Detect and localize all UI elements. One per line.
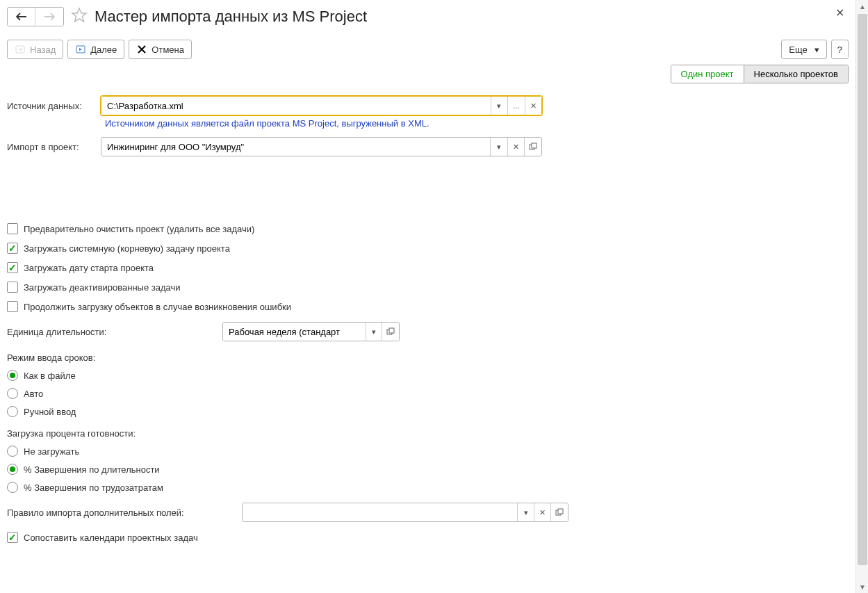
custom-fields-open-button[interactable]	[550, 503, 568, 521]
dates-mode-label: Режим ввода сроков:	[7, 352, 849, 363]
svg-rect-5	[389, 328, 394, 333]
tab-many-projects[interactable]: Несколько проектов	[744, 65, 848, 83]
dates-mode-auto-label: Авто	[24, 389, 43, 399]
back-icon	[15, 44, 26, 55]
continue-on-error-label: Продолжить загрузку объектов в случае во…	[24, 302, 291, 312]
chevron-down-icon: ▾	[524, 508, 528, 517]
cancel-button[interactable]: Отмена	[129, 40, 192, 59]
star-icon	[71, 7, 88, 24]
help-label: ?	[837, 44, 842, 55]
vertical-scrollbar[interactable]: ▲ ▼	[855, 0, 868, 593]
cancel-label: Отмена	[152, 44, 184, 55]
nav-forward-button[interactable]	[35, 8, 63, 26]
custom-fields-dropdown-button[interactable]: ▾	[517, 503, 534, 521]
project-open-button[interactable]	[524, 138, 541, 156]
cancel-icon	[136, 44, 147, 55]
load-root-checkbox[interactable]	[7, 243, 18, 254]
next-label: Далее	[90, 44, 117, 55]
more-label: Еще	[789, 44, 807, 55]
open-icon	[386, 327, 395, 336]
source-input-group: ▾ ... ✕	[101, 96, 542, 115]
progress-duration-label: % Завершения по длительности	[24, 464, 160, 475]
duration-unit-group: ▾	[222, 322, 400, 341]
progress-none-radio[interactable]	[7, 446, 18, 457]
project-count-tabs: Один проект Несколько проектов	[671, 65, 849, 83]
back-button: Назад	[7, 40, 63, 59]
load-root-label: Загружать системную (корневую) задачу пр…	[24, 243, 230, 254]
progress-none-label: Не загружать	[24, 446, 79, 457]
duration-unit-label: Единица длительности:	[7, 327, 222, 337]
history-nav	[7, 7, 64, 26]
continue-on-error-checkbox[interactable]	[7, 301, 18, 312]
project-label: Импорт в проект:	[7, 142, 101, 152]
progress-work-label: % Завершения по трудозатратам	[24, 482, 163, 493]
source-hint: Источником данных является файл проекта …	[105, 118, 849, 129]
next-button[interactable]: Далее	[67, 40, 124, 59]
page-title: Мастер импорта данных из MS Project	[95, 8, 367, 26]
chevron-down-icon: ▾	[497, 143, 501, 152]
nav-back-button[interactable]	[8, 8, 35, 26]
dates-mode-manual-label: Ручной ввод	[24, 407, 76, 417]
project-input[interactable]	[101, 138, 490, 156]
source-browse-button[interactable]: ...	[507, 97, 524, 115]
open-icon	[555, 508, 564, 517]
clear-project-checkbox[interactable]	[7, 223, 18, 234]
favorite-star-button[interactable]	[69, 6, 89, 27]
custom-fields-group: ▾ ✕	[242, 503, 568, 522]
load-start-date-label: Загружать дату старта проекта	[24, 263, 154, 273]
duration-unit-dropdown-button[interactable]: ▾	[366, 323, 382, 341]
custom-fields-label: Правило импорта дополнительных полей:	[7, 507, 242, 518]
duration-unit-open-button[interactable]	[382, 323, 399, 341]
next-icon	[75, 44, 86, 55]
project-dropdown-button[interactable]: ▾	[490, 138, 507, 156]
progress-duration-radio[interactable]	[7, 464, 18, 475]
close-button[interactable]: ✕	[831, 6, 849, 20]
clear-project-label: Предварительно очистить проект (удалить …	[24, 224, 254, 234]
clear-x-icon: ✕	[539, 508, 546, 517]
source-input[interactable]	[101, 97, 491, 115]
load-start-date-checkbox[interactable]	[7, 262, 18, 273]
svg-rect-7	[558, 509, 563, 514]
dates-mode-auto-radio[interactable]	[7, 388, 18, 399]
clear-x-icon: ✕	[530, 101, 537, 111]
progress-work-radio[interactable]	[7, 482, 18, 493]
svg-rect-3	[532, 143, 537, 148]
dates-mode-file-radio[interactable]	[7, 370, 18, 381]
map-calendars-checkbox[interactable]	[7, 532, 18, 543]
more-button[interactable]: Еще ▾	[781, 40, 826, 59]
help-button[interactable]: ?	[831, 40, 849, 59]
clear-x-icon: ✕	[513, 143, 519, 152]
source-dropdown-button[interactable]: ▾	[491, 97, 507, 115]
arrow-left-icon	[16, 13, 27, 21]
progress-label: Загрузка процента готовности:	[7, 428, 849, 439]
scrollbar-thumb[interactable]	[858, 14, 867, 565]
project-input-group: ▾ ✕	[101, 137, 542, 156]
scroll-down-icon: ▼	[856, 580, 868, 593]
map-calendars-label: Сопоставить календари проектных задач	[24, 533, 198, 543]
load-inactive-label: Загружать деактивированные задачи	[24, 282, 181, 293]
custom-fields-input[interactable]	[243, 503, 517, 521]
chevron-down-icon: ▾	[497, 101, 501, 111]
tab-one-project[interactable]: Один проект	[671, 65, 744, 83]
back-label: Назад	[30, 44, 56, 55]
source-clear-button[interactable]: ✕	[525, 97, 541, 115]
chevron-down-icon: ▾	[372, 327, 376, 336]
dates-mode-file-label: Как в файле	[24, 371, 76, 381]
duration-unit-input[interactable]	[223, 323, 366, 341]
project-clear-button[interactable]: ✕	[507, 138, 524, 156]
arrow-right-icon	[44, 13, 55, 21]
load-inactive-checkbox[interactable]	[7, 282, 18, 293]
custom-fields-clear-button[interactable]: ✕	[534, 503, 550, 521]
chevron-down-icon: ▾	[814, 44, 819, 55]
source-label: Источник данных:	[7, 101, 101, 111]
open-icon	[529, 143, 537, 151]
scroll-up-icon: ▲	[856, 0, 868, 13]
dates-mode-manual-radio[interactable]	[7, 406, 18, 417]
ellipsis-icon: ...	[513, 101, 519, 110]
